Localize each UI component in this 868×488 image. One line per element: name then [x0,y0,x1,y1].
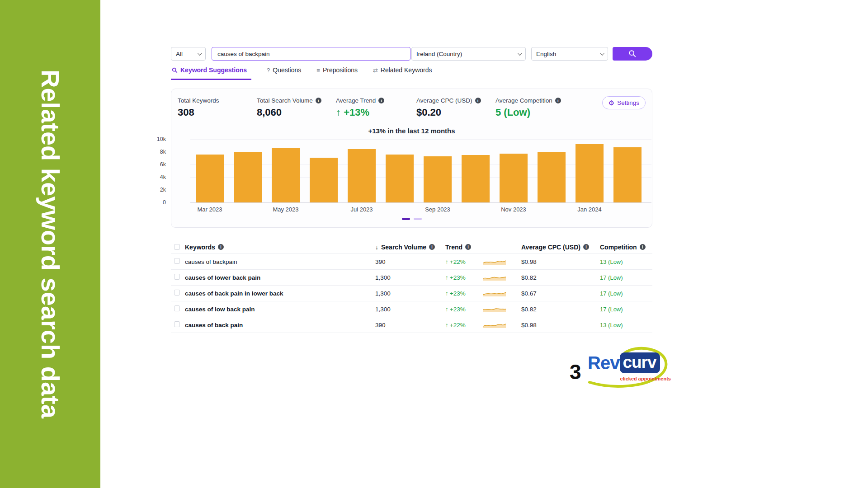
info-icon[interactable] [378,98,384,103]
cpc-cell: $0.98 [521,258,600,265]
search-volume-cell: 390 [375,322,445,328]
info-icon[interactable] [218,244,224,250]
select-all-checkbox[interactable] [174,244,180,250]
chart-bar [538,152,566,202]
settings-button[interactable]: ⚙ Settings [602,96,646,109]
x-axis-tick: Jul 2023 [350,206,373,213]
chart-title: +13% in the last 12 months [171,127,652,135]
table-row: causes of lower back pain 1,300 +23% $0.… [171,270,652,286]
search-icon [628,50,637,58]
sparkline-cell [483,321,521,328]
tab-label: Related Keywords [381,66,432,74]
table-row: causes of backpain 390 +22% $0.98 13 (Lo… [171,254,652,270]
tab-questions[interactable]: ? Questions [267,66,301,79]
trend-sparkline-icon [483,258,506,265]
chart-bar [234,152,262,202]
trend-cell: +22% [445,322,483,328]
up-arrow-icon [445,274,448,281]
tab-label: Prepositions [323,66,358,74]
x-axis-tick: Sep 2023 [425,206,450,213]
page: Related keyword search data All Ireland … [0,0,868,488]
sparkline-cell [483,290,521,297]
main-content: All Ireland (Country) English [100,0,868,488]
info-icon[interactable] [465,244,471,250]
sparkline-cell [483,258,521,265]
search-bar: All Ireland (Country) English [171,47,652,61]
competition-cell: 17 (Low) [600,306,652,313]
question-icon: ? [267,67,270,74]
chart-bar [386,155,414,202]
trend-sparkline-icon [483,321,506,328]
chart-y-axis: 10k8k6k4k2k0 [152,139,169,202]
x-axis-tick: May 2023 [273,206,298,213]
info-icon[interactable] [583,244,589,250]
stat-label: Average Competition [495,97,552,104]
brand-tagline: clicked appointments [620,376,671,381]
tab-keyword-suggestions[interactable]: Keyword Suggestions [171,66,251,80]
search-input[interactable] [212,47,410,61]
chart-bar [500,154,528,202]
search-button[interactable] [613,47,652,61]
stat-label: Average Trend [336,97,376,104]
trend-cell: +22% [445,258,483,265]
tab-label: Keyword Suggestions [180,66,247,74]
competition-cell: 17 (Low) [600,290,652,297]
stat-average-competition: Average Competition 5 (Low) [495,97,561,118]
country-dropdown[interactable]: Ireland (Country) [411,47,526,61]
stat-value: 5 (Low) [495,107,561,118]
chart-bar [348,149,376,202]
chart-bar [272,148,300,202]
header-search-volume[interactable]: ↓ Search Volume [375,244,445,251]
row-checkbox[interactable] [174,274,180,280]
pager-dot[interactable] [414,218,422,220]
trend-sparkline-icon [483,290,506,297]
info-icon[interactable] [640,244,646,250]
keyword-table: Keywords ↓ Search Volume Trend Average C… [171,240,652,333]
y-axis-tick: 0 [163,199,166,206]
stat-value: $0.20 [416,107,481,118]
tab-related-keywords[interactable]: ⇄ Related Keywords [373,66,432,79]
tab-prepositions[interactable]: ≡ Prepositions [316,66,358,79]
language-dropdown[interactable]: English [531,47,608,61]
keyword-cell[interactable]: causes of backpain [185,258,375,265]
row-checkbox[interactable] [174,258,180,264]
stat-average-cpc: Average CPC (USD) $0.20 [416,97,481,118]
scope-dropdown[interactable]: All [171,47,206,61]
table-row: causes of back pain in lower back 1,300 … [171,286,652,301]
info-icon[interactable] [429,244,435,250]
stat-average-trend: Average Trend +13% [336,97,384,118]
stat-label: Total Keywords [178,97,219,104]
header-competition[interactable]: Competition [600,244,652,251]
pager-dot-active[interactable] [402,218,410,220]
trend-sparkline-icon [483,305,506,313]
trend-sparkline-icon [483,274,506,281]
info-icon[interactable] [475,98,481,103]
scope-dropdown-value: All [176,51,183,57]
chart-gridline [190,139,651,140]
keyword-cell[interactable]: causes of back pain in lower back [185,290,375,297]
competition-cell: 13 (Low) [600,258,652,265]
up-arrow-icon [445,290,448,297]
sidebar: Related keyword search data [0,0,100,488]
info-icon[interactable] [316,98,321,103]
row-checkbox[interactable] [174,305,180,311]
header-average-cpc[interactable]: Average CPC (USD) [521,244,600,251]
table-header: Keywords ↓ Search Volume Trend Average C… [171,240,652,254]
keyword-cell[interactable]: causes of back pain [185,322,375,328]
keyword-cell[interactable]: causes of lower back pain [185,274,375,281]
stat-label: Total Search Volume [257,97,313,104]
chart-bar [576,144,604,202]
chart-pager [402,218,422,220]
language-dropdown-value: English [536,51,556,57]
header-trend[interactable]: Trend [445,244,483,251]
keyword-cell[interactable]: causes of low back pain [185,306,375,313]
page-number: 3 [570,360,581,384]
search-icon [172,67,178,73]
row-checkbox[interactable] [174,321,180,327]
chart-bar [196,155,224,202]
row-checkbox[interactable] [174,290,180,296]
search-volume-cell: 390 [375,258,445,265]
info-icon[interactable] [555,98,561,103]
header-keywords[interactable]: Keywords [185,244,375,251]
brand-text-suffix: curv [623,353,656,371]
